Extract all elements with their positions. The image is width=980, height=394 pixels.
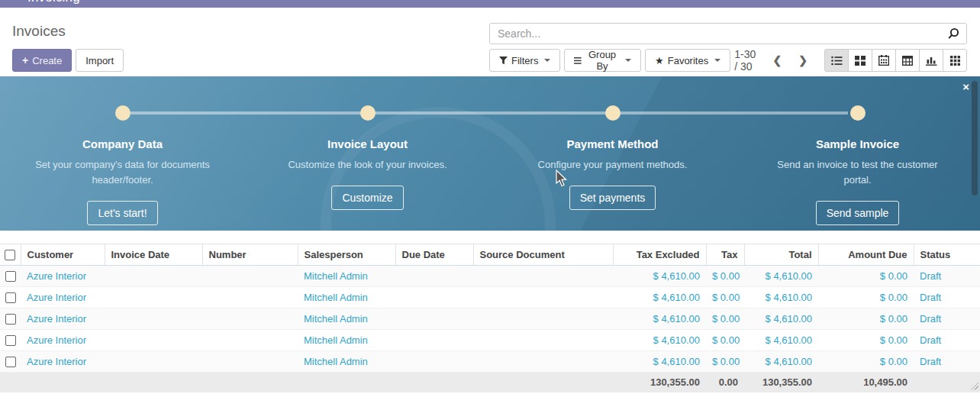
cell-tax: $ 0.00 xyxy=(706,308,744,330)
cell-salesperson: Mitchell Admin xyxy=(298,308,395,330)
step-dot xyxy=(360,105,376,121)
select-all-checkbox[interactable] xyxy=(5,250,15,260)
column-header-status[interactable]: Status xyxy=(914,244,980,266)
table-row[interactable]: Azure InteriorMitchell Admin$ 4,610.00$ … xyxy=(0,330,980,351)
scrollbar-thumb[interactable] xyxy=(972,81,978,195)
view-switcher xyxy=(824,49,967,72)
cell-number xyxy=(202,287,298,308)
column-header-tax-excluded[interactable]: Tax Excluded xyxy=(613,244,706,266)
funnel-icon xyxy=(499,57,508,65)
search-icon[interactable] xyxy=(941,27,966,40)
column-header-amount-due[interactable]: Amount Due xyxy=(818,244,914,266)
cell-tax-excluded: $ 4,610.00 xyxy=(613,330,706,351)
cell-tax: $ 0.00 xyxy=(706,266,744,287)
onboarding-banner: × Company Data Set your company's data f… xyxy=(0,76,980,231)
cell-due-date xyxy=(395,308,473,330)
column-header-due-date[interactable]: Due Date xyxy=(395,244,473,266)
cell-customer: Azure Interior xyxy=(21,308,105,330)
bars-icon xyxy=(574,57,582,65)
row-checkbox[interactable] xyxy=(5,292,16,303)
table-row[interactable]: Azure InteriorMitchell Admin$ 4,610.00$ … xyxy=(0,287,980,308)
cell-number xyxy=(202,330,298,351)
pager: 1-30 / 30 ❮ ❯ xyxy=(734,48,824,73)
cell-salesperson: Mitchell Admin xyxy=(298,351,395,373)
lets-start-button[interactable]: Let's start! xyxy=(87,201,157,225)
create-button[interactable]: + Create xyxy=(12,49,72,72)
pager-previous-button[interactable]: ❮ xyxy=(772,53,784,68)
search-input[interactable] xyxy=(490,27,941,40)
column-header-source-document[interactable]: Source Document xyxy=(473,244,613,266)
cell-due-date xyxy=(395,351,473,373)
filters-button[interactable]: Filters xyxy=(489,49,560,72)
cell-source-document xyxy=(473,287,613,308)
cell-tax: $ 0.00 xyxy=(706,287,744,308)
onboarding-steps: Company Data Set your company's data for… xyxy=(0,76,980,231)
import-button[interactable]: Import xyxy=(76,49,124,72)
calendar-icon xyxy=(878,55,889,66)
set-payments-button[interactable]: Set payments xyxy=(569,186,656,210)
cell-total: $ 4,610.00 xyxy=(744,266,818,287)
cell-customer: Azure Interior xyxy=(21,330,105,351)
calendar-view-button[interactable] xyxy=(872,49,896,72)
cell-amount-due: $ 0.00 xyxy=(818,266,914,287)
control-panel: Invoices + Create Import Filters Group B… xyxy=(0,8,980,76)
activity-view-button[interactable] xyxy=(943,49,967,72)
cell-source-document xyxy=(473,351,613,373)
table-row[interactable]: Azure InteriorMitchell Admin$ 4,610.00$ … xyxy=(0,351,980,373)
cell-total: $ 4,610.00 xyxy=(744,330,818,351)
cell-customer: Azure Interior xyxy=(21,351,105,373)
customize-button[interactable]: Customize xyxy=(331,186,403,210)
app-name[interactable]: Invoicing xyxy=(27,0,80,5)
graph-view-button[interactable] xyxy=(919,49,943,72)
cell-number xyxy=(202,266,298,287)
column-header-customer[interactable]: Customer xyxy=(21,244,105,266)
row-checkbox[interactable] xyxy=(5,314,16,325)
pivot-icon xyxy=(902,56,913,66)
step-description: Customize the look of your invoices. xyxy=(288,157,446,173)
cell-salesperson: Mitchell Admin xyxy=(298,266,395,287)
row-checkbox[interactable] xyxy=(5,335,16,346)
cell-total: $ 4,610.00 xyxy=(744,351,818,373)
cell-salesperson: Mitchell Admin xyxy=(298,330,395,351)
table-row[interactable]: Azure InteriorMitchell Admin$ 4,610.00$ … xyxy=(0,266,980,287)
search-box xyxy=(489,23,967,44)
footer-amount-due: 10,495.00 xyxy=(818,373,914,392)
table-row[interactable]: Azure InteriorMitchell Admin$ 4,610.00$ … xyxy=(0,308,980,330)
column-header-total[interactable]: Total xyxy=(744,244,818,266)
action-buttons: + Create Import xyxy=(12,49,124,72)
cell-amount-due: $ 0.00 xyxy=(818,308,914,330)
list-icon xyxy=(831,56,843,66)
pager-next-button[interactable]: ❯ xyxy=(797,53,809,68)
row-checkbox[interactable] xyxy=(5,271,16,282)
mouse-cursor xyxy=(556,170,569,188)
cell-status: Draft xyxy=(914,351,980,373)
column-header-tax[interactable]: Tax xyxy=(706,244,744,266)
group-by-button[interactable]: Group By xyxy=(564,49,641,72)
column-header-salesperson[interactable]: Salesperson xyxy=(298,244,395,266)
footer-tax: 0.00 xyxy=(706,373,744,392)
cell-status: Draft xyxy=(914,330,980,351)
favorites-button[interactable]: ★ Favorites xyxy=(645,49,730,72)
cell-number xyxy=(202,351,298,373)
table-body: Azure InteriorMitchell Admin$ 4,610.00$ … xyxy=(0,266,980,373)
invoice-list: Customer Invoice Date Number Salesperson… xyxy=(0,244,980,392)
footer-tax-excluded: 130,355.00 xyxy=(613,373,706,392)
row-checkbox[interactable] xyxy=(5,357,16,367)
step-description: Send an invoice to test the customer por… xyxy=(768,157,947,188)
list-view-button[interactable] xyxy=(824,49,849,72)
step-sample-invoice: Sample Invoice Send an invoice to test t… xyxy=(735,76,980,231)
table-footer-row: 130,355.00 0.00 130,355.00 10,495.00 xyxy=(0,373,980,392)
chevron-down-icon xyxy=(544,59,550,62)
pivot-view-button[interactable] xyxy=(895,49,920,72)
cell-total: $ 4,610.00 xyxy=(744,287,818,308)
kanban-view-button[interactable] xyxy=(848,49,872,72)
cell-tax: $ 0.00 xyxy=(706,330,744,351)
page-title: Invoices xyxy=(12,23,66,40)
chevron-down-icon xyxy=(714,59,720,62)
close-icon[interactable]: × xyxy=(962,81,969,92)
cell-customer: Azure Interior xyxy=(21,266,105,287)
send-sample-button[interactable]: Send sample xyxy=(816,201,900,225)
column-header-number[interactable]: Number xyxy=(202,244,298,266)
footer-total: 130,355.00 xyxy=(744,373,818,392)
column-header-invoice-date[interactable]: Invoice Date xyxy=(105,244,202,266)
